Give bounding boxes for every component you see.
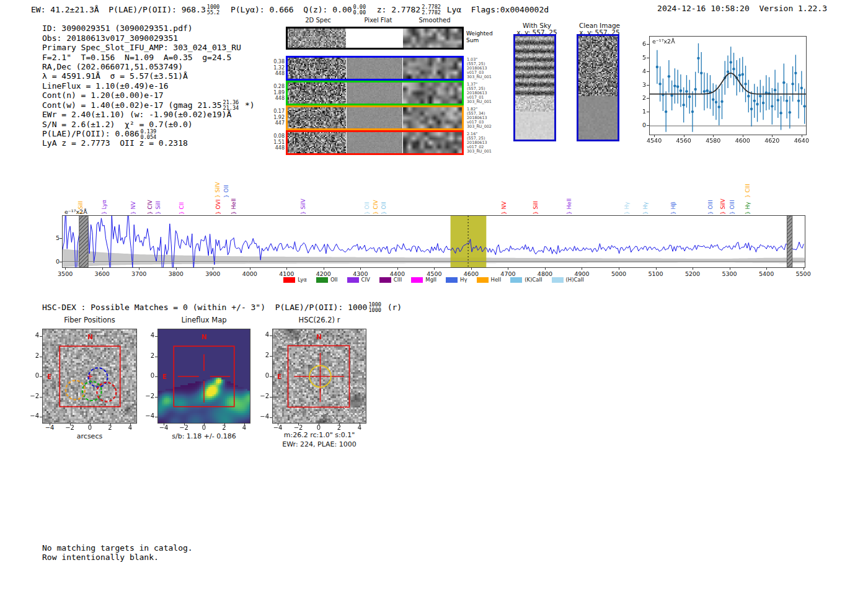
hsc-dex-line-stack: 10001000 xyxy=(368,302,381,313)
spectrum-xtick: 5300 xyxy=(717,270,742,277)
spectrum-xtick: 5400 xyxy=(754,270,779,277)
hsc-cutout-xlabel: m:26.2 rc:1.0" s:0.1" xyxy=(273,431,366,439)
cutout-strip-row-1 xyxy=(286,81,464,105)
footer-blank-row: Row intentionally blank. xyxy=(42,553,159,562)
spectrum-xtick: 3900 xyxy=(200,270,225,277)
spectrum-xtickmark xyxy=(360,267,361,270)
line-label-text: } Lyα xyxy=(101,200,107,215)
lineflux-ytick: 0 xyxy=(140,372,154,379)
fit-plot-xtick: 4640 xyxy=(789,137,814,144)
fiber-xtickmark xyxy=(110,423,111,425)
lineflux-ytickmark xyxy=(155,376,157,377)
info-line-3: F=2.1" T=0.156 N=1.09 A=0.35 g=24.5 xyxy=(42,52,255,61)
line-label-text: } Hγ xyxy=(642,202,649,215)
hsc-xtickmark xyxy=(319,423,319,425)
legend-swatch xyxy=(283,277,295,283)
lineflux-ytick: 4 xyxy=(140,332,154,339)
header-summary-text: Lyα Flags:0x0040002d xyxy=(442,5,549,14)
spectrum-xtickmark xyxy=(804,267,804,270)
spectrum-xtickmark xyxy=(397,267,398,270)
fit-plot-xtickmark xyxy=(802,135,802,137)
cutout-row-right-labels: 1.03"(557, 25)20180613v017_03303_RU_001 xyxy=(467,58,492,79)
hsc-xtickmark xyxy=(298,423,299,425)
cutout-row-left-labels: 0.281.89448 xyxy=(264,84,285,102)
line-label-text: } CIV xyxy=(147,200,153,215)
hsc-dex-match-line: HSC-DEX : Possible Matches = 0 (within +… xyxy=(42,301,402,313)
fiber-xtickmark xyxy=(130,423,131,425)
header-summary-text: EW: 41.2±21.3Å P(LAE)/P(OII): 968.3 xyxy=(31,5,206,14)
info-line-0-text: ID: 3090029351 (3090029351.pdf) xyxy=(42,24,193,33)
elixer-detection-report: EW: 41.2±21.3Å P(LAE)/P(OII): 968.310005… xyxy=(0,0,868,591)
legend-swatch xyxy=(552,277,564,283)
weighted-sum-strip xyxy=(286,27,464,50)
cutout-strip-row-3 xyxy=(286,130,464,155)
legend-label: MgII xyxy=(425,277,436,283)
header-summary-stack: 0.000.00 xyxy=(353,4,366,16)
line-label-text: } NV xyxy=(130,202,136,215)
spectrum-xtickmark xyxy=(434,267,435,270)
spectrum-xtick: 4900 xyxy=(569,270,594,277)
legend-label: (K)CaII xyxy=(525,277,542,283)
info-line-8-stack: 21.3621.34 xyxy=(223,100,239,111)
spectrum-xtickmark xyxy=(582,267,582,270)
lineflux-xtickmark xyxy=(164,423,164,425)
cutout-row-right-labels: 2.16"(557, 25)20180613v017_02303_RU_001 xyxy=(467,132,492,154)
lineflux-ytick: 2 xyxy=(140,352,154,359)
spectrum-xtick: 3700 xyxy=(126,270,151,277)
cutout-row-right-labels: 1.82"(557, 34)20180613v017_03303_RU_002 xyxy=(467,107,492,129)
info-line-9-text: EWr = 2.40(±1.10) (w: -1.90(±0.02)e19)Å xyxy=(42,110,231,119)
spectrum-xtickmark xyxy=(693,267,693,270)
fit-plot-xtick: 4560 xyxy=(671,137,696,144)
cutout-strip-row-0 xyxy=(286,56,464,81)
spectrum-xtick: 5100 xyxy=(644,270,668,277)
legend-swatch xyxy=(411,277,423,283)
spectrum-xtick: 4100 xyxy=(274,270,299,277)
line-label-text: } SiIV xyxy=(300,198,306,215)
header-summary: EW: 41.2±21.3Å P(LAE)/P(OII): 968.310005… xyxy=(31,4,549,15)
legend-label: (H)CaII xyxy=(566,277,584,283)
hsc-dex-line-text: (r) xyxy=(383,303,402,312)
legend-label: CIII xyxy=(394,277,402,283)
spectrum-xtick: 4200 xyxy=(311,270,336,277)
fiber-positions-image xyxy=(42,329,137,424)
spectrum-xtick: 5000 xyxy=(606,270,631,277)
hsc-cutout-xlabel2: EWr: 224, PLAE: 1000 xyxy=(273,440,366,448)
info-line-1-text: Obs: 20180613v017_3090029351 xyxy=(42,33,178,43)
fit-plot-ytickmark xyxy=(647,71,649,72)
lineflux-xtickmark xyxy=(204,423,205,425)
header-summary-text: P(Lyα): 0.666 Q(z): 0.00 xyxy=(221,5,352,14)
header-timestamp-version: 2024-12-16 10:58:20 Version 1.22.3 xyxy=(657,4,827,13)
line-label-text: } OII xyxy=(364,202,370,215)
info-line-7-text: Cont(n) = 1.20(±0.00)e-17 xyxy=(42,91,164,100)
line-label-text: } SiII xyxy=(155,201,161,215)
line-label-text: } OIII xyxy=(707,200,714,215)
line-label-text: } NV xyxy=(501,202,507,215)
info-line-6-text: LineFlux = 1.10(±0.49)e-16 xyxy=(42,81,169,91)
spectrum-xtick: 4600 xyxy=(459,270,484,277)
fit-plot-xtick: 4580 xyxy=(701,137,725,144)
line-label-text: } SiII xyxy=(533,201,539,215)
fiber-xtickmark xyxy=(90,423,91,425)
spectrum-xtick: 3800 xyxy=(164,270,188,277)
info-line-8-text: Cont(w) = 1.40(±0.02)e-17 (gmag 21.35 xyxy=(42,100,222,110)
info-line-4-text: RA,Dec (202.066071,51.053749) xyxy=(42,62,183,71)
lineflux-map-xlabel: s/b: 1.18 +/- 0.186 xyxy=(158,432,250,440)
legend-label: CIV xyxy=(361,277,370,283)
fiber-xtickmark xyxy=(70,423,71,425)
spectrum-xtickmark xyxy=(102,267,103,270)
fiber-ytick: −4 xyxy=(24,412,39,419)
lineflux-ytickmark xyxy=(155,397,157,398)
lineflux-ytickmark xyxy=(155,357,157,357)
fiber-positions-title: Fiber Positions xyxy=(43,316,136,324)
info-line-8: Cont(w) = 1.40(±0.02)e-17 (gmag 21.3521.… xyxy=(42,100,255,110)
spectrum-xtickmark xyxy=(286,267,287,270)
lineflux-map-title: Lineflux Map xyxy=(158,316,250,324)
line-label-text: } OVI xyxy=(215,200,221,215)
spectrum-xtickmark xyxy=(656,267,657,270)
legend-label: HeII xyxy=(491,277,502,283)
fit-plot-xtick: 4600 xyxy=(730,137,755,144)
lineflux-map-image xyxy=(157,329,250,424)
header-summary-stack: 100055.2 xyxy=(207,4,219,16)
legend-swatch xyxy=(477,277,489,283)
spectrum-xtick: 3600 xyxy=(90,270,115,277)
